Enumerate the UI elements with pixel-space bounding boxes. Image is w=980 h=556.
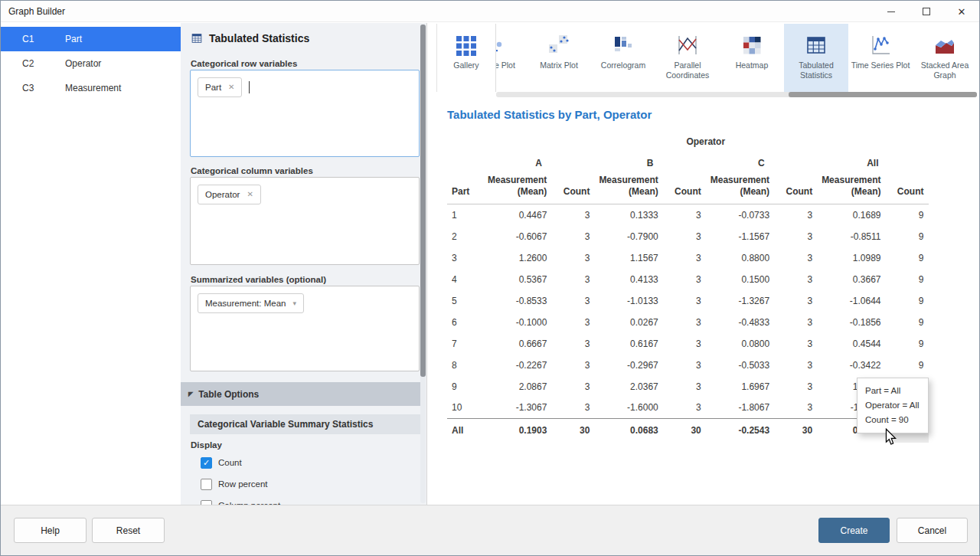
stat-cell[interactable]: 1.2600 [483,247,551,269]
stat-cell[interactable]: 0.0683 [594,419,662,443]
stat-cell[interactable]: -0.8533 [483,290,551,312]
stat-cell[interactable]: -1.6000 [594,397,662,419]
cancel-button[interactable]: Cancel [897,518,968,543]
gallery-item-heatmap[interactable]: Heatmap [720,24,784,92]
stat-cell[interactable]: 3 [663,397,706,419]
stat-cell[interactable]: -1.3067 [483,397,551,419]
stat-cell[interactable]: 3 [774,269,817,290]
stat-cell[interactable]: 3 [774,226,817,247]
reset-button[interactable]: Reset [92,518,165,543]
panel-scrollbar-thumb[interactable] [420,25,426,377]
part-cell[interactable]: 2 [447,226,483,247]
stat-cell[interactable]: 9 [886,290,929,312]
checkbox-checked-icon[interactable]: ✓ [201,457,212,469]
stat-cell[interactable]: 3 [774,355,817,376]
stat-cell[interactable]: 9 [886,226,929,247]
stat-cell[interactable]: 30 [774,419,817,443]
stat-cell[interactable]: 0.4467 [483,204,551,226]
stat-cell[interactable]: 0.1333 [594,204,662,226]
stat-cell[interactable]: -0.4833 [706,312,774,333]
stat-cell[interactable]: 0.0267 [594,312,662,333]
gallery-item-matrix-plot[interactable]: Matrix Plot [527,24,591,92]
stat-cell[interactable]: -1.0644 [817,290,885,312]
stat-cell[interactable]: 1.0989 [817,247,885,269]
stat-cell[interactable]: -0.1856 [817,312,885,333]
stat-cell[interactable]: 3 [551,290,594,312]
gallery-item-gallery[interactable]: Gallery [436,24,496,92]
stat-cell[interactable]: 30 [663,419,706,443]
maximize-button[interactable] [909,1,944,22]
stat-cell[interactable]: 3 [774,247,817,269]
stat-cell[interactable]: 3 [551,397,594,419]
remove-chip-icon[interactable]: ✕ [228,83,234,91]
stat-cell[interactable]: -0.2543 [706,419,774,443]
stat-cell[interactable]: -0.2967 [594,355,662,376]
stat-cell[interactable]: 3 [663,333,706,355]
chevron-down-icon[interactable]: ▾ [292,300,296,307]
stat-cell[interactable]: -0.2267 [483,355,551,376]
part-cell[interactable]: 5 [447,290,483,312]
stat-cell[interactable]: 0.6167 [594,333,662,355]
stat-cell[interactable]: 3 [551,247,594,269]
stat-cell[interactable]: 0.1689 [817,204,885,226]
gallery-item-correlogram[interactable]: Correlogram [591,24,655,92]
stat-cell[interactable]: 3 [663,290,706,312]
checkbox-row-percent[interactable]: Row percent [201,473,411,495]
row-variables-dropzone[interactable]: Part ✕ [190,70,420,157]
gallery-item-tabulated-statistics[interactable]: Tabulated Statistics [784,24,848,92]
minimize-button[interactable] [874,1,909,22]
stat-cell[interactable]: 3 [774,290,817,312]
stat-cell[interactable]: 9 [886,204,929,226]
stat-cell[interactable]: 3 [774,333,817,355]
stat-cell[interactable]: -1.0133 [594,290,662,312]
gallery-item-time-series-plot[interactable]: Time Series Plot [848,24,913,92]
stat-cell[interactable]: 3 [663,204,706,226]
stat-cell[interactable]: 3 [663,376,706,397]
summarized-variables-dropzone[interactable]: Measurement: Mean ▾ [190,286,420,371]
stat-cell[interactable]: -1.3267 [706,290,774,312]
stat-cell[interactable]: -0.8511 [817,226,885,247]
part-cell[interactable]: 1 [447,204,483,226]
stat-cell[interactable]: 3 [551,204,594,226]
stat-cell[interactable]: 3 [551,355,594,376]
stat-cell[interactable]: 3 [663,355,706,376]
part-cell[interactable]: All [447,419,483,443]
stat-cell[interactable]: -1.1567 [706,226,774,247]
checkbox-count[interactable]: ✓Count [201,452,411,473]
variable-chip-operator[interactable]: Operator ✕ [198,185,261,204]
remove-chip-icon[interactable]: ✕ [247,191,253,198]
stat-cell[interactable]: 0.1903 [483,419,551,443]
stat-cell[interactable]: 1.1567 [594,247,662,269]
panel-scrollbar[interactable] [420,25,426,503]
close-button[interactable]: ✕ [944,1,979,22]
stat-cell[interactable]: 3 [774,204,817,226]
stat-cell[interactable]: 0.4133 [594,269,662,290]
gallery-item-stacked-area-graph[interactable]: Stacked Area Graph [913,24,977,92]
stat-cell[interactable]: -1.8067 [706,397,774,419]
stat-cell[interactable]: -0.6067 [483,226,551,247]
part-cell[interactable]: 8 [447,355,483,376]
stat-cell[interactable]: 0.1500 [706,269,774,290]
sidebar-item-operator[interactable]: C2Operator [1,51,181,76]
stat-cell[interactable]: 3 [551,376,594,397]
stat-cell[interactable]: 3 [663,247,706,269]
stat-cell[interactable]: -0.5033 [706,355,774,376]
part-cell[interactable]: 3 [447,247,483,269]
gallery-scrollbar-thumb[interactable] [789,92,977,97]
stat-cell[interactable]: 3 [663,226,706,247]
part-cell[interactable]: 9 [447,376,483,397]
stat-cell[interactable]: 0.8800 [706,247,774,269]
column-variables-dropzone[interactable]: Operator ✕ [190,177,420,265]
sidebar-item-part[interactable]: C1Part [1,27,181,51]
stat-cell[interactable]: 9 [886,269,929,290]
part-cell[interactable]: 10 [447,397,483,419]
stat-cell[interactable]: 0.0800 [706,333,774,355]
stat-cell[interactable]: 2.0867 [483,376,551,397]
stat-cell[interactable]: 0.6667 [483,333,551,355]
stat-cell[interactable]: 9 [886,312,929,333]
stat-cell[interactable]: 3 [774,397,817,419]
stat-cell[interactable]: 3 [663,269,706,290]
create-button[interactable]: Create [818,518,890,543]
stat-cell[interactable]: 3 [663,312,706,333]
stat-cell[interactable]: 3 [774,376,817,397]
